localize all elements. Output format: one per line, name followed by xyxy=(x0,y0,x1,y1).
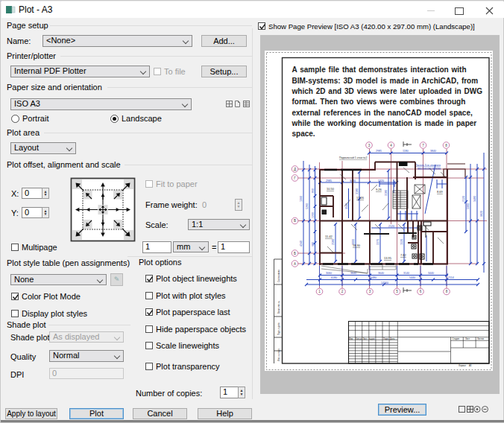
svg-text:5: 5 xyxy=(396,290,398,293)
svg-text:№док: №док xyxy=(369,337,375,340)
svg-text:3: 3 xyxy=(368,144,371,147)
svg-text:2270: 2270 xyxy=(377,239,379,245)
svg-text:which 2D and 3D views were lat: which 2D and 3D views were later uploade… xyxy=(292,87,483,95)
svg-text:монтажного проема: монтажного проема xyxy=(418,167,441,170)
svg-text:external references in the nan: external references in the nanoCAD model… xyxy=(292,109,473,117)
svg-text:format. Then two views were co: format. Then two views were combines thr… xyxy=(292,98,466,106)
svg-text:890: 890 xyxy=(312,188,315,193)
svg-text:2114: 2114 xyxy=(448,276,454,279)
svg-text:3640: 3640 xyxy=(378,272,384,275)
svg-text:1320: 1320 xyxy=(378,179,384,182)
svg-text:Дата: Дата xyxy=(390,337,395,340)
svg-text:3: 3 xyxy=(369,290,371,293)
svg-text:while the working documentatio: while the working documentation is made … xyxy=(292,119,477,127)
svg-text:17.26: 17.26 xyxy=(356,196,365,200)
svg-text:6180: 6180 xyxy=(331,276,337,279)
svg-text:Листов: Листов xyxy=(477,337,485,340)
svg-text:A sample file that demonstrate: A sample file that demonstrates interact… xyxy=(292,66,467,74)
svg-text:Изм: Изм xyxy=(349,337,353,340)
svg-text:1200: 1200 xyxy=(312,212,315,218)
svg-text:8: 8 xyxy=(446,290,448,293)
svg-text:11.42: 11.42 xyxy=(325,235,333,238)
svg-text:1390: 1390 xyxy=(300,196,303,202)
svg-text:Стадия: Стадия xyxy=(453,337,460,340)
svg-text:2985: 2985 xyxy=(326,179,332,182)
svg-text:3840: 3840 xyxy=(430,150,436,153)
svg-text:3480: 3480 xyxy=(473,196,476,202)
svg-text:2120: 2120 xyxy=(462,196,465,202)
svg-text:В: В xyxy=(294,219,296,223)
svg-text:Подвальный 1 этаж №2: Подвальный 1 этаж №2 xyxy=(339,156,367,159)
svg-text:Подп.: Подп. xyxy=(383,337,389,340)
svg-text:9620: 9620 xyxy=(480,211,483,217)
svg-text:3180: 3180 xyxy=(356,188,359,194)
svg-text:BIM-systems: 3D model is made: BIM-systems: 3D model is made in ArchiCA… xyxy=(292,77,479,85)
svg-text:5440: 5440 xyxy=(409,276,415,279)
svg-text:1180: 1180 xyxy=(403,150,409,153)
svg-text:8.69: 8.69 xyxy=(437,190,444,194)
svg-text:3440: 3440 xyxy=(428,272,434,275)
svg-text:Инв. № подл.: Инв. № подл. xyxy=(277,348,280,361)
svg-text:Лист: Лист xyxy=(363,337,368,340)
svg-text:4: 4 xyxy=(390,144,392,147)
svg-text:Взам. инв. №: Взам. инв. № xyxy=(277,301,280,314)
svg-text:3060: 3060 xyxy=(326,272,332,275)
svg-text:А3: А3 xyxy=(469,364,472,367)
svg-text:3140: 3140 xyxy=(403,272,409,275)
svg-text:7.82: 7.82 xyxy=(400,253,407,257)
svg-text:9.26: 9.26 xyxy=(376,188,382,191)
svg-text:Лист: Лист xyxy=(465,337,470,340)
svg-text:14160: 14160 xyxy=(381,282,388,284)
svg-text:Согласовано: Согласовано xyxy=(277,270,280,282)
svg-text:space.: space. xyxy=(292,130,315,138)
svg-text:1520: 1520 xyxy=(400,239,403,245)
svg-text:8: 8 xyxy=(445,144,447,147)
svg-text:Формат: Формат xyxy=(459,364,467,367)
svg-text:Кол.уч: Кол.уч xyxy=(356,337,362,340)
svg-text:Б: Б xyxy=(294,252,296,255)
svg-text:2: 2 xyxy=(341,290,344,293)
svg-text:5960: 5960 xyxy=(467,203,470,209)
svg-text:2985: 2985 xyxy=(376,150,382,153)
svg-text:2120: 2120 xyxy=(388,225,394,228)
svg-text:13.95: 13.95 xyxy=(384,256,392,260)
svg-text:1: 1 xyxy=(318,290,321,293)
svg-text:Подп. и дата: Подп. и дата xyxy=(277,322,280,335)
svg-text:4240: 4240 xyxy=(300,241,303,247)
svg-text:5480: 5480 xyxy=(371,276,377,279)
svg-text:3180: 3180 xyxy=(385,190,388,196)
svg-text:2580: 2580 xyxy=(332,239,335,245)
svg-text:7: 7 xyxy=(422,144,424,147)
svg-text:10.50: 10.50 xyxy=(327,187,335,191)
svg-text:980: 980 xyxy=(312,242,315,247)
svg-text:18.30: 18.30 xyxy=(353,244,361,247)
svg-text:5260: 5260 xyxy=(306,203,309,209)
svg-text:6: 6 xyxy=(420,290,422,293)
